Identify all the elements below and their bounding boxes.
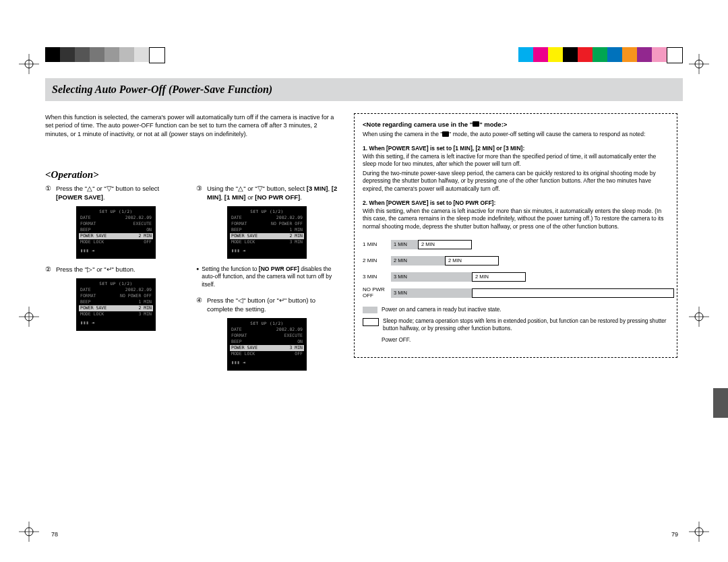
note-heading: <Note regarding camera use in the "" mod… [363, 121, 669, 129]
lcd-screenshot-3: SET UP (1/2)DATE2002.02.09FORMATNO POWER… [227, 206, 307, 259]
camera-icon [473, 121, 479, 127]
print-colorbar [45, 47, 683, 62]
lcd-screenshot-2: SET UP (1/2)DATE2002.02.09FORMATNO POWER… [76, 278, 156, 331]
intro-text: When this function is selected, the came… [45, 113, 342, 138]
note-p2: With this setting, when the camera is le… [363, 208, 669, 230]
page-number-right: 79 [671, 531, 678, 538]
note-p1b: During the two-minute power-save sleep p… [363, 170, 669, 193]
camera-icon [442, 131, 449, 137]
note-sub-1: 1. When [POWER SAVE] is set to [1 MIN], … [363, 145, 669, 152]
note-sub-2: 2. When [POWER SAVE] is set to [NO PWR O… [363, 199, 669, 207]
lcd-screenshot-4: SET UP (1/2)DATE2002.02.09FORMATEXECUTEB… [227, 318, 307, 371]
page-numbers: 78 79 [51, 531, 678, 538]
registration-mark [689, 54, 709, 74]
section-title-band: Selecting Auto Power-Off (Power-Save Fun… [45, 78, 683, 101]
registration-mark [689, 307, 709, 327]
thumb-tab [713, 388, 728, 418]
step-1: ① Press the "△" or "▽" button to select … [45, 185, 187, 202]
operation-heading: <Operation> [45, 169, 342, 181]
note-intro: When using the camera in the "" mode, th… [363, 131, 669, 138]
registration-mark [689, 522, 709, 542]
no-pwr-note: ● Setting the function to [NO PWR OFF] d… [196, 266, 338, 288]
step-4: ④ Press the "◁" button (or "↵" button) t… [196, 296, 338, 314]
registration-mark [19, 54, 39, 74]
step-2: ② Press the "▷" or "↵" button. [45, 266, 187, 274]
note-box: <Note regarding camera use in the "" mod… [354, 113, 677, 358]
registration-mark [19, 307, 39, 327]
timing-chart: 1 MIN1 MIN2 MIN2 MIN2 MIN2 MIN3 MIN3 MIN… [363, 239, 669, 299]
chart-legend: Power on and camera in ready but inactiv… [363, 306, 669, 344]
section-title: Selecting Auto Power-Off (Power-Save Fun… [52, 84, 272, 96]
note-p1: With this setting, if the camera is left… [363, 153, 669, 168]
step-3: ③ Using the "△" or "▽" button, select [3… [196, 185, 338, 202]
page-number-left: 78 [51, 531, 58, 538]
registration-mark [19, 522, 39, 542]
lcd-screenshot-1: SET UP (1/2)DATE2002.02.09FORMATEXECUTEB… [76, 206, 156, 259]
